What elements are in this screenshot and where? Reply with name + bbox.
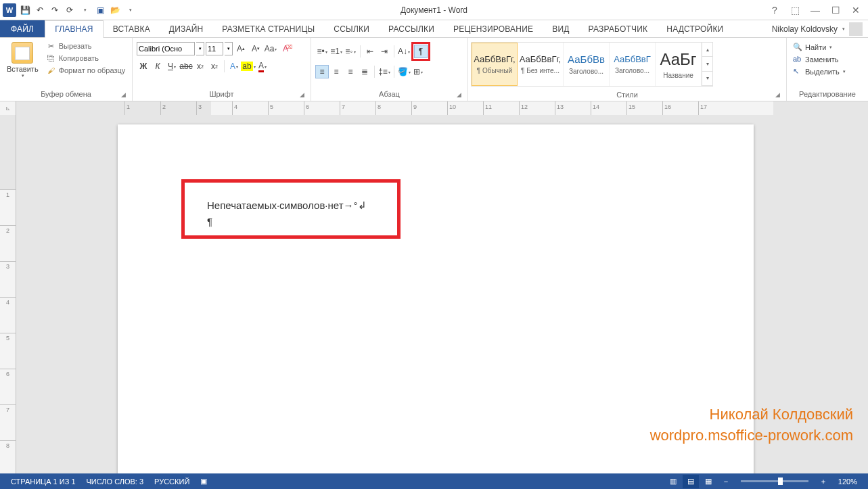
close-icon[interactable]: ✕ [846, 3, 865, 17]
status-language[interactable]: РУССКИЙ [149, 478, 195, 486]
copy-button[interactable]: ⿻Копировать [45, 53, 127, 64]
view-print-layout-button[interactable]: ▤ [683, 475, 699, 488]
tab-file[interactable]: ФАЙЛ [0, 20, 45, 37]
tab-home[interactable]: ГЛАВНАЯ [45, 20, 103, 38]
select-button[interactable]: ↖Выделить▾ [792, 66, 846, 77]
ruler-corner[interactable]: ⊾ [0, 101, 16, 115]
style-normal[interactable]: АаБбВвГг, ¶ Обычный [472, 43, 518, 86]
tab-references[interactable]: ССЫЛКИ [324, 20, 379, 37]
tab-developer[interactable]: РАЗРАБОТЧИК [579, 20, 658, 37]
save-icon[interactable]: 💾 [19, 4, 31, 16]
status-macro-icon[interactable]: ▣ [195, 477, 212, 486]
line-spacing-button[interactable]: ‡≡ [378, 65, 391, 78]
zoom-slider[interactable] [741, 480, 808, 482]
document-text[interactable]: Непечатаемых·символов·нет→°↲ ¶ [207, 197, 367, 230]
maximize-icon[interactable]: ☐ [826, 3, 845, 17]
styles-group-label: Стили [470, 89, 785, 100]
numbering-button[interactable]: ≡1 [329, 45, 343, 58]
font-color-button[interactable]: A [256, 60, 269, 73]
font-name-dropdown-icon[interactable]: ▾ [196, 42, 204, 55]
paragraph-group: ≡• ≡1 ≡◦ ⇤ ⇥ A↓ ¶ ≡ ≡ ≡ ≣ [311, 38, 468, 101]
tab-mailings[interactable]: РАССЫЛКИ [379, 20, 444, 37]
subscript-button[interactable]: x2 [193, 60, 207, 73]
justify-button[interactable]: ≣ [358, 65, 371, 78]
font-size-dropdown-icon[interactable]: ▾ [225, 42, 233, 55]
change-case-button[interactable]: Aa [264, 42, 277, 55]
view-read-mode-button[interactable]: ▥ [665, 475, 681, 488]
font-group: ▾ ▾ A▴ A▾ Aa A⌫ Ж К Ч abc x2 x2 A ab A Ш [133, 38, 311, 101]
gallery-up-icon[interactable]: ▴ [702, 43, 712, 57]
font-dialog-launcher[interactable]: ◢ [300, 91, 308, 99]
paste-dropdown-icon: ▾ [22, 73, 24, 78]
ruler-vertical[interactable]: 123456789 [0, 115, 16, 473]
font-name-combo[interactable] [137, 42, 195, 55]
page-scroll-area[interactable]: Непечатаемых·символов·нет→°↲ ¶ Николай К… [16, 115, 868, 473]
open-icon[interactable]: 📂 [109, 4, 121, 16]
qat-customize-icon[interactable]: ▾ [124, 4, 137, 16]
text-effects-button[interactable]: A [227, 60, 241, 73]
format-painter-button[interactable]: 🖌Формат по образцу [45, 65, 127, 76]
cut-button[interactable]: ✂Вырезать [45, 41, 127, 51]
zoom-level[interactable]: 120% [833, 478, 863, 486]
tab-review[interactable]: РЕЦЕНЗИРОВАНИЕ [444, 20, 543, 37]
tab-layout[interactable]: РАЗМЕТКА СТРАНИЦЫ [212, 20, 324, 37]
repeat-icon[interactable]: ⟳ [64, 4, 76, 16]
minimize-icon[interactable]: — [806, 3, 825, 17]
tab-insert[interactable]: ВСТАВКА [104, 20, 160, 37]
bullets-button[interactable]: ≡• [315, 45, 329, 58]
help-icon[interactable]: ? [765, 3, 784, 17]
status-word-count[interactable]: ЧИСЛО СЛОВ: 3 [81, 478, 150, 486]
view-web-layout-button[interactable]: ▦ [700, 475, 716, 488]
macro-icon[interactable]: ▣ [94, 4, 106, 16]
ruler-horizontal[interactable]: 1234567891011121314151617 [16, 101, 868, 115]
style-no-spacing[interactable]: АаБбВвГг, ¶ Без инте... [518, 43, 564, 86]
align-left-button[interactable]: ≡ [315, 65, 329, 78]
zoom-in-button[interactable]: + [815, 475, 831, 488]
align-center-button[interactable]: ≡ [329, 65, 343, 78]
clipboard-dialog-launcher[interactable]: ◢ [121, 91, 129, 99]
ribbon-display-icon[interactable]: ⬚ [785, 3, 804, 17]
highlight-button[interactable]: ab [242, 60, 255, 73]
status-page[interactable]: СТРАНИЦА 1 ИЗ 1 [5, 478, 81, 486]
undo-icon[interactable]: ↶ [34, 4, 46, 16]
align-right-button[interactable]: ≡ [344, 65, 357, 78]
paragraph-dialog-launcher[interactable]: ◢ [457, 91, 465, 99]
grow-font-button[interactable]: A▴ [234, 42, 248, 55]
replace-button[interactable]: abЗаменить [792, 54, 846, 65]
style-heading2[interactable]: АаБбВвГ Заголово... [610, 43, 656, 86]
tab-view[interactable]: ВИД [543, 20, 578, 37]
find-button[interactable]: 🔍Найти▾ [792, 42, 846, 53]
zoom-out-button[interactable]: − [718, 475, 734, 488]
clear-formatting-button[interactable]: A⌫ [279, 42, 292, 55]
sort-button[interactable]: A↓ [397, 45, 411, 58]
superscript-button[interactable]: x2 [208, 60, 221, 73]
style-heading1[interactable]: АаБбВв Заголово... [564, 43, 610, 86]
gallery-expand-icon[interactable]: ▾ [702, 72, 712, 86]
document-area: 123456789 Непечатаемых·символов·нет→°↲ ¶… [0, 115, 868, 473]
show-hide-marks-button[interactable]: ¶ [414, 45, 428, 58]
paste-button[interactable]: Вставить ▾ [3, 41, 43, 80]
underline-button[interactable]: Ч [165, 60, 179, 73]
word-app-icon[interactable]: W [3, 3, 16, 17]
strikethrough-button[interactable]: abc [179, 60, 193, 73]
italic-button[interactable]: К [151, 60, 164, 73]
redo-icon[interactable]: ↷ [49, 4, 61, 16]
decrease-indent-button[interactable]: ⇤ [363, 45, 377, 58]
style-title[interactable]: АаБг Название [656, 43, 702, 86]
font-size-combo[interactable] [206, 42, 223, 55]
copy-icon: ⿻ [47, 53, 56, 63]
borders-button[interactable]: ⊞ [411, 65, 425, 78]
tab-design[interactable]: ДИЗАЙН [160, 20, 213, 37]
user-account[interactable]: Nikolay Koldovsky ▾ [772, 20, 868, 37]
shading-button[interactable]: 🪣 [397, 65, 411, 78]
multilevel-list-button[interactable]: ≡◦ [344, 45, 357, 58]
bold-button[interactable]: Ж [137, 60, 150, 73]
tab-addins[interactable]: НАДСТРОЙКИ [657, 20, 733, 37]
style-preview: АаБбВвГ [614, 54, 651, 64]
style-preview: АаБбВвГг, [474, 54, 515, 64]
styles-dialog-launcher[interactable]: ◢ [775, 91, 783, 99]
gallery-down-icon[interactable]: ▾ [702, 57, 712, 71]
increase-indent-button[interactable]: ⇥ [378, 45, 391, 58]
shrink-font-button[interactable]: A▾ [249, 42, 262, 55]
zoom-slider-thumb[interactable] [778, 478, 783, 485]
